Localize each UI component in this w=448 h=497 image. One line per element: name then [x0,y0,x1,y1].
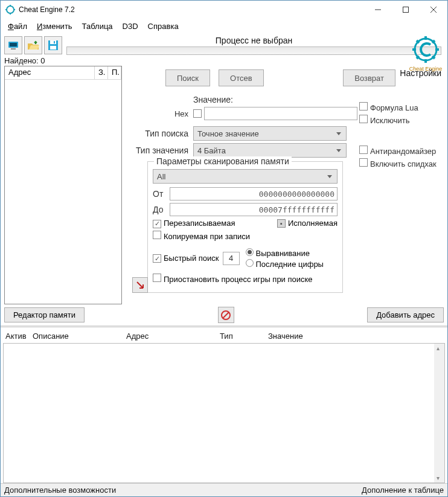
progress-bar [66,46,441,55]
col-active[interactable]: Актив [3,330,30,342]
next-scan-button[interactable]: Отсев [219,69,264,86]
scan-type-label: Тип поиска [133,129,193,138]
col-type[interactable]: Тип [217,330,266,342]
to-input[interactable] [170,203,338,216]
svg-rect-13 [50,40,56,44]
last-digits-radio[interactable]: Последние цифры [246,259,324,269]
first-scan-button[interactable]: Поиск [165,69,210,86]
menu-d3d[interactable]: D3D [119,21,142,32]
to-label: До [153,205,170,214]
svg-rect-2 [10,13,11,14]
writable-checkbox[interactable]: Перезаписываемая [153,219,235,228]
scrollbar[interactable] [434,344,444,483]
menu-help[interactable]: Справка [144,21,182,32]
expand-button[interactable] [132,277,148,293]
value-type-combo[interactable]: 4 Байта [193,143,347,158]
alignment-radio[interactable]: Выравнивание [246,248,324,258]
menu-table[interactable]: Таблица [78,21,117,32]
svg-rect-6 [403,7,409,13]
app-icon [5,5,15,14]
hex-label: Hex [174,109,188,118]
results-list[interactable]: Адрес З. П. [4,66,122,304]
menubar: Файл Изменить Таблица D3D Справка [1,19,447,34]
svg-rect-3 [5,9,7,10]
results-header: Адрес З. П. [5,66,121,80]
process-label: Процесс не выбран [216,36,292,45]
titlebar: Cheat Engine 7.2 [1,1,447,19]
svg-rect-11 [11,48,16,50]
window-title: Cheat Engine 7.2 [19,5,364,14]
menu-edit[interactable]: Изменить [33,21,76,32]
lua-formula-checkbox[interactable]: Формула Lua [359,102,444,112]
cheat-table-header: Актив Описание Адрес Тип Значение [1,329,447,343]
statusbar: Дополнительные возможности Дополнение к … [1,483,447,496]
svg-rect-14 [54,41,55,43]
minimize-button[interactable] [364,1,392,19]
memory-view-button[interactable]: Редактор памяти [4,307,85,322]
cheat-table[interactable] [3,343,445,483]
fast-scan-value[interactable]: 4 [223,252,240,265]
process-list-button[interactable] [4,36,22,54]
scan-panel: Настройки Поиск Отсев Возврат Формула Lu… [133,66,444,304]
svg-line-18 [223,312,229,318]
found-row: Найдено: 0 [1,56,447,66]
svg-rect-10 [10,43,17,46]
status-left[interactable]: Дополнительные возможности [4,486,116,495]
add-address-button[interactable]: Добавить адрес [367,307,444,322]
toolbar: Процесс не выбран Cheat Engine [1,34,447,56]
col-taddress[interactable]: Адрес [124,330,217,342]
svg-rect-1 [10,5,11,7]
svg-rect-4 [13,9,15,10]
open-button[interactable] [24,36,42,54]
scan-legend: Параметры сканирования памяти [154,156,292,166]
undo-scan-button[interactable]: Возврат [343,69,395,86]
value-type-label: Тип значения [133,146,193,155]
value-input[interactable] [204,107,357,120]
antirandom-checkbox[interactable]: Антирандомайзер [359,146,444,156]
fast-scan-checkbox[interactable]: Быстрый поиск [153,254,219,263]
exclude-checkbox[interactable]: Исключить [359,115,444,125]
region-combo[interactable]: All [153,169,338,184]
hex-checkbox[interactable] [193,109,202,118]
maximize-button[interactable] [392,1,420,19]
status-right[interactable]: Дополнение к таблице [362,486,444,495]
from-label: От [153,189,170,199]
menu-file[interactable]: Файл [4,21,31,32]
col-p[interactable]: П. [108,66,121,79]
settings-link[interactable]: Настройки [400,68,441,78]
col-address[interactable]: Адрес [5,66,95,79]
found-count: 0 [40,56,45,65]
disable-button[interactable] [218,307,234,323]
found-label: Найдено: [4,56,39,65]
pause-game-checkbox[interactable]: Приостановить процесс игры при поиске [153,274,313,284]
executable-checkbox[interactable]: ▪Исполняемая [277,219,338,228]
splitter[interactable] [1,325,447,328]
close-button[interactable] [420,1,447,19]
cow-checkbox[interactable]: Копируемая при записи [153,231,250,241]
memory-scan-options: Параметры сканирования памяти All От До … [147,161,343,293]
col-z[interactable]: З. [95,66,108,79]
col-value[interactable]: Значение [266,330,445,342]
speedhack-checkbox[interactable]: Включить спидхак [359,158,444,168]
col-desc[interactable]: Описание [30,330,124,342]
scan-type-combo[interactable]: Точное значение [193,126,347,141]
value-label: Значение: [193,95,233,104]
save-button[interactable] [44,36,62,54]
svg-rect-15 [50,46,56,50]
svg-point-0 [7,6,14,13]
from-input[interactable] [170,187,338,200]
